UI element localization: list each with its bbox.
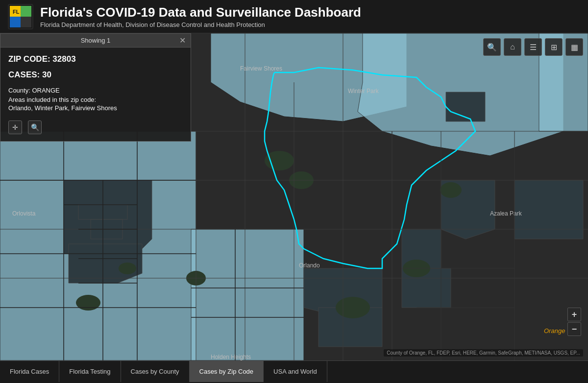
popup: Showing 1 ✕ ZIP CODE: 32803 CASES: 30 Co… [0, 33, 191, 142]
svg-text:Orlovista: Orlovista [12, 210, 36, 217]
zoom-in-button[interactable]: + [567, 308, 581, 321]
map-list-button[interactable]: ☰ [524, 38, 542, 56]
header-text: Florida's COVID-19 Data and Surveillance… [40, 5, 361, 28]
popup-body: ZIP CODE: 32803 CASES: 30 County: ORANGE… [0, 48, 191, 141]
svg-point-26 [336, 297, 370, 318]
svg-rect-2 [21, 6, 31, 17]
header-subtitle: Florida Department of Health, Division o… [40, 21, 361, 28]
svg-marker-10 [191, 229, 304, 360]
popup-county: County: ORANGE [8, 87, 183, 94]
map-layers-button[interactable]: ⊞ [545, 38, 563, 56]
svg-rect-3 [10, 17, 21, 27]
popup-areas-label: Areas included in this zip code: [8, 96, 183, 103]
popup-showing-label: Showing 1 [81, 37, 111, 44]
svg-point-30 [76, 295, 100, 311]
svg-text:Orange: Orange [544, 327, 565, 335]
map-controls: 🔍 ⌂ ☰ ⊞ ▦ [483, 38, 583, 56]
svg-text:Fairview Shores: Fairview Shores [240, 65, 282, 72]
popup-zip-code: ZIP CODE: 32803 [8, 54, 183, 64]
popup-areas-list: Orlando, Winter Park, Fairview Shores [8, 104, 183, 112]
svg-text:Orlando: Orlando [299, 262, 320, 269]
popup-zoom-in-button[interactable]: 🔍 [28, 120, 42, 134]
map-grid-button[interactable]: ▦ [565, 38, 583, 56]
svg-marker-17 [514, 180, 583, 239]
map-container[interactable]: .region-light { fill: #8bbfd0; opacity: … [0, 33, 588, 360]
map-search-button[interactable]: 🔍 [483, 38, 501, 56]
svg-text:FL: FL [13, 9, 20, 15]
svg-text:Winter Park: Winter Park [348, 88, 379, 95]
tab-bar: Florida Cases Florida Testing Cases by C… [0, 360, 588, 382]
tab-cases-by-county[interactable]: Cases by County [121, 361, 190, 382]
header: FL Florida's COVID-19 Data and Surveilla… [0, 0, 588, 33]
tab-florida-testing[interactable]: Florida Testing [59, 361, 121, 382]
tab-usa-world[interactable]: USA and World [264, 361, 327, 382]
svg-point-23 [265, 151, 294, 170]
svg-rect-4 [21, 17, 31, 27]
logo: FL [8, 4, 33, 29]
tab-cases-by-zip[interactable]: Cases by Zip Code [190, 361, 264, 382]
svg-point-29 [119, 263, 136, 274]
svg-point-28 [440, 182, 462, 198]
popup-close-button[interactable]: ✕ [179, 37, 186, 45]
map-home-button[interactable]: ⌂ [504, 38, 521, 56]
svg-text:Holden Heights: Holden Heights [211, 354, 251, 360]
map-attribution: County of Orange, FL, FDEP, Esri, HERE, … [384, 349, 583, 357]
zoom-out-button[interactable]: − [567, 322, 581, 336]
svg-text:Azalea Park: Azalea Park [490, 210, 522, 217]
tab-florida-cases[interactable]: Florida Cases [0, 361, 59, 382]
header-title: Florida's COVID-19 Data and Surveillance… [40, 5, 361, 20]
popup-cases: CASES: 30 [8, 70, 183, 80]
popup-header: Showing 1 ✕ [0, 34, 191, 48]
popup-actions: ✛ 🔍 [8, 119, 183, 134]
zoom-controls: + − [567, 308, 581, 336]
popup-zoom-extent-button[interactable]: ✛ [8, 120, 22, 134]
